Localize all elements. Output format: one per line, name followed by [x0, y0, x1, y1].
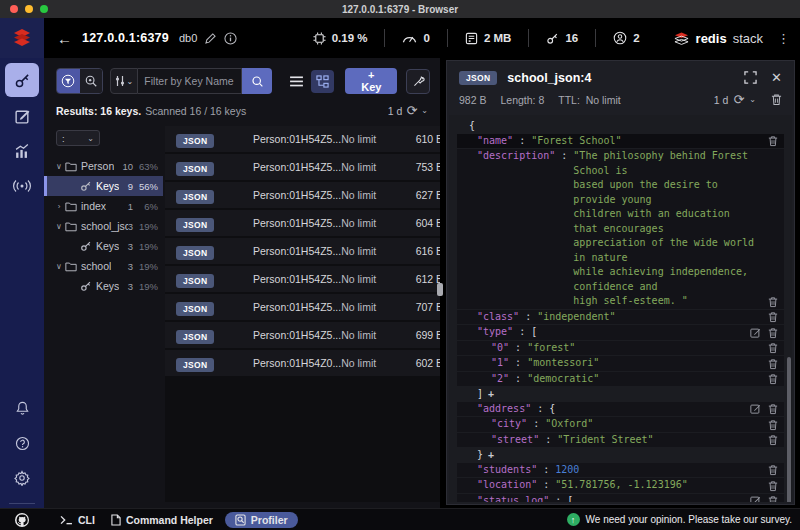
help-button[interactable]	[5, 427, 39, 459]
list-view-button[interactable]	[285, 70, 308, 93]
delete-field-icon[interactable]	[768, 495, 778, 502]
filter-mode-button[interactable]	[57, 69, 80, 93]
json-value-multiline[interactable]: "The philosophy behind Forest School isb…	[573, 149, 758, 309]
chevron-right-icon[interactable]: ›	[54, 202, 64, 211]
refresh-icon[interactable]: ⟳	[733, 92, 744, 107]
nav-analytics[interactable]	[5, 135, 39, 167]
add-item-button[interactable]: +	[488, 448, 494, 463]
ttl-value[interactable]: No limit	[586, 94, 621, 106]
json-key[interactable]: "students"	[477, 463, 537, 478]
delete-field-icon[interactable]	[768, 434, 778, 446]
header-menu-button[interactable]: ⋮	[777, 31, 790, 46]
window-close-button[interactable]	[10, 5, 18, 13]
edit-db-icon[interactable]	[205, 33, 216, 44]
json-key[interactable]: "name"	[477, 134, 513, 149]
delete-field-icon[interactable]	[768, 358, 778, 370]
close-icon[interactable]: ✕	[771, 70, 782, 85]
redis-logo[interactable]	[0, 18, 44, 58]
filter-input[interactable]	[138, 68, 242, 94]
json-value[interactable]: "Trident Street"	[557, 433, 653, 448]
tree-node-index[interactable]: ›index16%	[44, 196, 163, 216]
json-value[interactable]: "Oxford"	[545, 417, 593, 432]
json-value[interactable]: "montessori"	[527, 356, 599, 371]
json-value[interactable]: "democratic"	[527, 372, 599, 387]
delete-field-icon[interactable]	[768, 311, 778, 323]
json-key[interactable]: "street"	[491, 433, 539, 448]
table-row[interactable]: JSONPerson:01H54Z0...No limit602 B	[165, 350, 440, 376]
tree-node-keys[interactable]: Keys319%	[44, 236, 163, 256]
add-item-button[interactable]: +	[488, 387, 494, 402]
delimiter-dropdown[interactable]: : ⌄	[56, 130, 100, 146]
key-name[interactable]: school_json:4	[507, 71, 591, 85]
bottom-tool-cli[interactable]: CLI	[60, 514, 95, 526]
refresh-icon[interactable]: ⟳	[406, 103, 417, 118]
table-row[interactable]: JSONPerson:01H54Z5...No limit610 B	[165, 126, 440, 152]
table-row[interactable]: JSONPerson:01H54Z5...No limit616 B	[165, 238, 440, 264]
json-key[interactable]: "2"	[491, 372, 509, 387]
settings-button[interactable]	[5, 462, 39, 494]
tree-node-keys[interactable]: Keys319%	[44, 276, 163, 296]
refresh-chevron-icon[interactable]: ⌄	[749, 95, 756, 104]
tree-view-button[interactable]	[311, 70, 334, 93]
json-scrollbar[interactable]	[787, 119, 791, 498]
json-key[interactable]: "1"	[491, 356, 509, 371]
nav-workbench[interactable]	[5, 100, 39, 132]
delete-field-icon[interactable]	[768, 342, 778, 354]
delete-field-icon[interactable]	[768, 403, 778, 415]
table-row[interactable]: JSONPerson:01H54Z5...No limit627 B	[165, 182, 440, 208]
info-icon[interactable]	[224, 32, 237, 45]
json-value[interactable]: "Forest School"	[531, 134, 621, 149]
back-button[interactable]: ←	[57, 30, 72, 47]
edit-field-icon[interactable]	[750, 327, 761, 339]
json-value[interactable]: "independent"	[537, 310, 615, 325]
notifications-button[interactable]	[5, 392, 39, 424]
json-key[interactable]: "location"	[477, 478, 537, 493]
chevron-down-icon[interactable]: ∨	[54, 162, 64, 171]
bottom-tool-command-helper[interactable]: Command Helper	[111, 514, 213, 526]
json-value[interactable]: 1200	[555, 463, 579, 478]
json-key[interactable]: "status_log"	[477, 494, 549, 503]
nav-browser[interactable]	[5, 63, 39, 97]
json-key[interactable]: "city"	[491, 417, 527, 432]
edit-field-icon[interactable]	[750, 403, 761, 415]
panel-resize-handle[interactable]	[437, 283, 443, 296]
json-key[interactable]: "address"	[477, 402, 531, 417]
delete-field-icon[interactable]	[768, 135, 778, 147]
json-key[interactable]: "class"	[477, 310, 519, 325]
json-value[interactable]: "51.781756, -1.123196"	[555, 478, 687, 493]
survey-banner[interactable]: ↑ We need your opinion. Please take our …	[567, 513, 792, 526]
json-key[interactable]: "description"	[477, 149, 555, 164]
window-zoom-button[interactable]	[40, 5, 48, 13]
delete-key-icon[interactable]	[771, 93, 782, 106]
chevron-down-icon[interactable]: ∨	[54, 222, 64, 231]
add-key-button[interactable]: + Key	[345, 68, 397, 94]
key-type-filter-dropdown[interactable]: ⌄	[110, 68, 138, 94]
table-row[interactable]: JSONPerson:01H54Z5...No limit612 B	[165, 266, 440, 292]
search-button[interactable]	[242, 68, 272, 94]
table-row[interactable]: JSONPerson:01H54Z5...No limit604 B	[165, 210, 440, 236]
delete-field-icon[interactable]	[768, 296, 778, 308]
edit-field-icon[interactable]	[750, 495, 761, 502]
tree-node-keys[interactable]: Keys956%	[44, 176, 163, 196]
db-selector[interactable]: db0	[179, 32, 197, 44]
table-row[interactable]: JSONPerson:01H54Z5...No limit699 B	[165, 322, 440, 348]
search-values-button[interactable]	[80, 69, 103, 93]
delete-field-icon[interactable]	[768, 373, 778, 385]
delete-field-icon[interactable]	[768, 464, 778, 476]
fullscreen-icon[interactable]	[744, 71, 757, 84]
tree-node-school_json[interactable]: ∨school_json319%	[44, 216, 163, 236]
json-key[interactable]: "0"	[491, 341, 509, 356]
tree-node-school[interactable]: ∨school319%	[44, 256, 163, 276]
table-row[interactable]: JSONPerson:01H54Z5...No limit753 B	[165, 154, 440, 180]
bottom-tool-profiler[interactable]: Profiler	[225, 512, 298, 528]
refresh-chevron-icon[interactable]: ⌄	[421, 106, 428, 115]
delete-field-icon[interactable]	[768, 480, 778, 492]
tree-node-person[interactable]: ∨Person1063%	[44, 156, 163, 176]
chevron-down-icon[interactable]: ∨	[54, 262, 64, 271]
table-row[interactable]: JSONPerson:01H54Z5...No limit707 B	[165, 294, 440, 320]
nav-pubsub[interactable]	[5, 170, 39, 202]
json-value[interactable]: "forest"	[527, 341, 575, 356]
github-button[interactable]	[14, 512, 30, 528]
json-key[interactable]: "type"	[477, 325, 513, 340]
window-minimize-button[interactable]	[25, 5, 33, 13]
